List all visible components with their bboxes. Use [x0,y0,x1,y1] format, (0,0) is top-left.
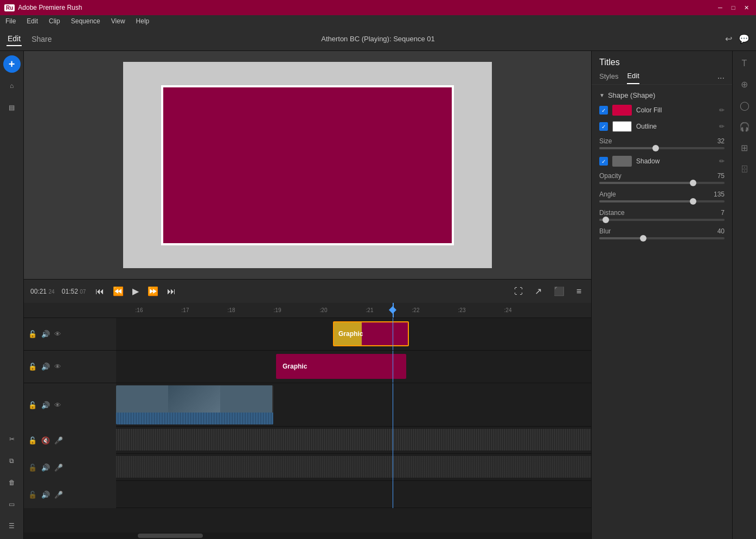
settings-button[interactable]: ⬛ [550,284,568,299]
slider-track-angle[interactable] [599,200,725,202]
grid-icon[interactable]: ⊞ [738,139,751,156]
title-icon[interactable]: T [739,55,751,72]
cut-button[interactable]: ✂ [3,430,21,448]
menu-file[interactable]: File [3,16,18,26]
ruler-mark: :18 [208,307,254,313]
mute-icon-a2[interactable]: 🔊 [41,464,50,472]
close-button[interactable]: ✕ [741,2,752,13]
clip-graphic-2[interactable]: Graphic [276,354,406,379]
crop-button[interactable]: ⛶ [511,284,526,299]
tab-share[interactable]: Share [30,33,53,46]
scrollbar-thumb[interactable] [138,534,203,538]
menu-edit[interactable]: Edit [24,16,40,26]
edit-icon-outline[interactable]: ✏ [719,123,725,130]
slider-track-size[interactable] [599,147,725,149]
track-v2-controls: 🔓 🔊 👁 [24,351,116,383]
tab-styles[interactable]: Styles [599,72,618,84]
label-color-fill: Color Fill [636,106,719,114]
checkbox-color-fill[interactable]: ✓ [599,106,608,115]
tab-edit[interactable]: Edit [627,72,639,84]
menu-help[interactable]: Help [134,16,152,26]
lock-icon-v2[interactable]: 🔓 [28,363,37,371]
clip-audio-2 [116,456,591,478]
lock-icon-a2[interactable]: 🔓 [28,464,37,472]
color-swatch-outline[interactable] [612,121,632,132]
slider-label-blur: Blur [599,227,611,235]
subtitles-button[interactable]: ▭ [3,496,21,513]
mic-icon-a2[interactable]: 🎤 [54,464,63,472]
menu-clip[interactable]: Clip [47,16,62,26]
clip-video[interactable] [116,385,273,424]
audio-icon-v1[interactable]: 🔊 [41,401,50,409]
lock-icon-v1[interactable]: 🔓 [28,401,37,409]
slider-thumb-blur[interactable] [640,235,646,242]
mute-icon-a3[interactable]: 🔊 [41,491,50,499]
edit-icon-fill[interactable]: ✏ [719,106,725,114]
track-v2-content: Graphic [116,351,591,383]
home-button[interactable]: ⌂ [3,77,21,94]
slider-track-opacity[interactable] [599,182,725,184]
export-button[interactable]: ↗ [531,284,545,299]
track-a3: 🔓 🔊 🎤 [24,481,591,508]
slider-value-distance: 7 [721,209,725,217]
tab-edit[interactable]: Edit [7,32,22,46]
visibility-icon-v1[interactable]: 👁 [54,401,61,409]
play-button[interactable]: ▶ [129,284,142,299]
layers-button[interactable]: ▤ [3,99,21,116]
audio-icon-v3[interactable]: 🔊 [41,330,50,338]
slider-track-blur[interactable] [599,237,725,239]
clip-graphic-1[interactable]: Graphic [333,321,409,346]
menu-view[interactable]: View [109,16,127,26]
copy-button[interactable]: ⧉ [3,452,21,470]
menu-sequence[interactable]: Sequence [69,16,102,26]
go-end-button[interactable]: ⏭ [164,284,179,299]
clip-audio-1 [116,429,591,451]
prop-row-outline: ✓ Outline ✏ [599,121,725,132]
track-a1-controls: 🔓 🔇 🎤 [24,427,116,454]
ruler-mark: :16 [116,307,162,313]
color-icon[interactable]: ◯ [736,97,753,114]
add-button[interactable]: + [3,55,21,73]
slider-thumb-opacity[interactable] [690,180,696,186]
audio-icon-v2[interactable]: 🔊 [41,363,50,371]
slider-header-opacity: Opacity 75 [599,172,725,180]
track-v3-content: Graphic [116,318,591,350]
mute-icon-a1[interactable]: 🔇 [41,436,50,445]
track-v1: 🔓 🔊 👁 [24,383,591,427]
lock-icon-v3[interactable]: 🔓 [28,330,37,338]
transform-icon[interactable]: ⊕ [738,76,751,93]
panel-more-button[interactable]: ··· [717,73,725,83]
undo-icon[interactable]: ↩ [725,34,732,44]
lock-icon-a3[interactable]: 🔓 [28,491,37,499]
checkbox-outline[interactable]: ✓ [599,122,608,131]
delete-button[interactable]: 🗑 [3,474,21,491]
maximize-button[interactable]: □ [728,2,739,13]
lock-icon-a1[interactable]: 🔓 [28,436,37,445]
mic-icon-a3[interactable]: 🎤 [54,491,63,499]
comment-icon[interactable]: 💬 [739,34,749,44]
section-chevron[interactable]: ▼ [599,92,605,98]
edit-icon-shadow[interactable]: ✏ [719,157,725,165]
slider-thumb-size[interactable] [652,145,659,151]
visibility-icon-v2[interactable]: 👁 [54,363,61,371]
minimize-button[interactable]: ─ [715,2,726,13]
menubar: File Edit Clip Sequence View Help [0,15,756,27]
slider-track-distance[interactable] [599,219,725,221]
color-swatch-shadow[interactable] [612,156,632,167]
mic-icon-a1[interactable]: 🎤 [54,436,63,445]
crop-panel-icon[interactable]: ⌹ [739,161,751,177]
slider-label-size: Size [599,137,612,145]
step-forward-button[interactable]: ⏩ [144,284,162,299]
slider-thumb-distance[interactable] [603,217,609,223]
slider-thumb-angle[interactable] [690,198,696,205]
checkbox-shadow[interactable]: ✓ [599,157,608,166]
timeline-scrollbar[interactable] [24,532,591,539]
audio-waveform-2 [116,456,591,478]
overflow-button[interactable]: ≡ [573,284,585,299]
color-swatch-fill[interactable] [612,105,632,116]
go-start-button[interactable]: ⏮ [92,284,107,299]
visibility-icon-v3[interactable]: 👁 [54,330,61,338]
list-button[interactable]: ☰ [3,517,21,535]
step-back-button[interactable]: ⏪ [110,284,127,299]
audio-panel-icon[interactable]: 🎧 [736,118,753,135]
